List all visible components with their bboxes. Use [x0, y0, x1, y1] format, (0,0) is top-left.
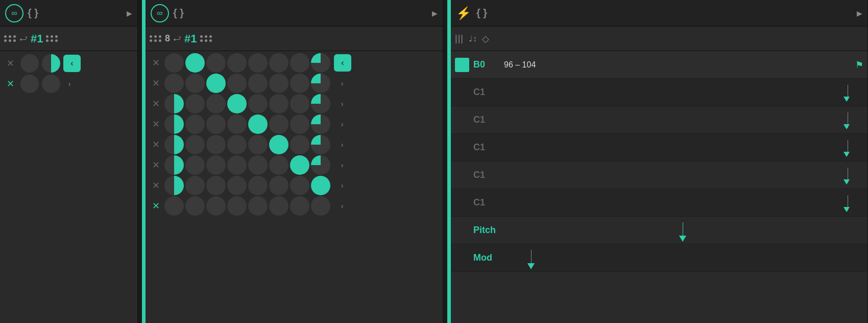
r3-arrow[interactable]: ›: [336, 120, 348, 128]
note-icon: ♩↕: [469, 34, 477, 43]
infinity2-icon: ∞: [157, 9, 162, 18]
r6-c0: [164, 176, 184, 195]
row1-circle1: [20, 54, 39, 73]
c1-3-slider[interactable]: [502, 134, 863, 161]
panel2-icon[interactable]: ∞: [151, 4, 169, 22]
panel1-icon[interactable]: ∞: [5, 4, 23, 22]
r5-c6[interactable]: [290, 155, 309, 175]
expand-icon[interactable]: [46, 35, 58, 42]
r0-arrow[interactable]: ‹: [334, 54, 351, 72]
r6-c7[interactable]: [311, 176, 330, 195]
r2-c3[interactable]: [227, 94, 247, 113]
r4-c5[interactable]: [269, 135, 288, 154]
c1-4-slider[interactable]: [502, 161, 863, 189]
r5-x[interactable]: ✕: [149, 159, 163, 171]
panel2-dots-icon: [150, 35, 162, 42]
c1-2-spacer: [455, 113, 469, 127]
c1-1-spacer: [455, 85, 469, 100]
r7-c3: [227, 196, 247, 216]
r3-c7: [311, 114, 330, 134]
pitch-slider[interactable]: [502, 217, 863, 244]
r7-c0: [164, 196, 184, 216]
r2-c2: [206, 94, 226, 113]
r7-c1: [185, 196, 205, 216]
pitch-spacer: [455, 223, 469, 238]
r1-c3: [227, 74, 247, 93]
r7-c5: [269, 196, 288, 216]
midi-row-c1-5: C1: [451, 189, 867, 217]
midi-rows: B0 96 – 104 ⚑ C1 C1: [451, 51, 867, 323]
grid-row-1: ✕ ›: [149, 74, 440, 93]
row2-circle2: [42, 75, 60, 93]
mod-slider[interactable]: [502, 244, 863, 271]
panel2-play[interactable]: ▶: [432, 9, 438, 17]
panel1-grid: ✕ ‹ ✕ ›: [0, 51, 137, 323]
r0-x[interactable]: ✕: [149, 57, 163, 68]
c1-2-slider[interactable]: [502, 106, 863, 133]
r6-x[interactable]: ✕: [149, 180, 163, 191]
r4-c2: [206, 135, 226, 154]
panel2-teal-bar: [142, 0, 146, 323]
c1-4-note: C1: [473, 170, 498, 180]
panel1-header: ∞ { } ▶: [0, 0, 137, 27]
panel1-braces: { }: [28, 7, 38, 19]
r1-arrow[interactable]: ›: [336, 79, 348, 87]
r1-c7: [311, 74, 330, 93]
r5-c2: [206, 155, 226, 175]
r2-x[interactable]: ✕: [149, 98, 163, 109]
r4-x[interactable]: ✕: [149, 139, 163, 150]
grid-row-6: ✕ ›: [149, 176, 440, 195]
b0-value: 96 – 104: [502, 60, 851, 70]
channel-label: #1: [31, 32, 43, 45]
r4-c3: [227, 135, 247, 154]
r0-c6: [290, 53, 309, 73]
grid-row-0: ✕ ‹: [149, 53, 440, 73]
r6-arrow[interactable]: ›: [336, 181, 348, 190]
enter-icon[interactable]: ⮐: [19, 34, 28, 43]
row1-arrow-left[interactable]: ‹: [63, 55, 81, 72]
c1-1-slider[interactable]: [502, 79, 863, 106]
divider-1: [138, 0, 142, 323]
r7-c4: [248, 196, 268, 216]
r5-c4: [248, 155, 268, 175]
r1-x[interactable]: ✕: [149, 78, 163, 89]
panel2-expand-icon[interactable]: [200, 35, 212, 42]
row1-x[interactable]: ✕: [3, 58, 17, 69]
panel2-enter-icon[interactable]: ⮐: [173, 34, 181, 43]
r4-c1: [185, 135, 205, 154]
panel3-toolbar: ||| ♩↕ ◇: [451, 27, 867, 51]
r2-c7: [311, 94, 330, 113]
r5-arrow[interactable]: ›: [336, 161, 348, 169]
r3-c4[interactable]: [248, 114, 268, 134]
row2-arrow-right[interactable]: ›: [63, 80, 76, 88]
r7-arrow[interactable]: ›: [336, 202, 348, 210]
b0-square[interactable]: [455, 58, 469, 72]
r1-c6: [290, 74, 309, 93]
r6-c2: [206, 176, 226, 195]
panel-3: ⚡ { } ▶ ||| ♩↕ ◇ B0 96 – 104 ⚑ C1: [447, 0, 868, 323]
r1-c0: [164, 74, 184, 93]
c1-5-slider[interactable]: [502, 189, 863, 216]
panel1-play[interactable]: ▶: [127, 9, 132, 17]
r4-arrow[interactable]: ›: [336, 141, 348, 149]
divider-2: [443, 0, 447, 323]
r0-c5: [269, 53, 288, 73]
b0-flag[interactable]: ⚑: [855, 59, 863, 71]
r0-c3: [227, 53, 247, 73]
r4-c4: [248, 135, 268, 154]
r7-x[interactable]: ✕: [149, 200, 163, 212]
row2-x[interactable]: ✕: [3, 78, 17, 89]
r2-arrow[interactable]: ›: [336, 100, 348, 108]
infinity-icon: ∞: [11, 9, 17, 18]
r0-c1[interactable]: [185, 53, 205, 73]
c1-5-spacer: [455, 196, 469, 210]
r3-x[interactable]: ✕: [149, 119, 163, 130]
r5-c0: [164, 155, 184, 175]
grid-row-1: ✕ ‹: [3, 54, 134, 73]
r6-c1: [185, 176, 205, 195]
r5-c5: [269, 155, 288, 175]
r1-c2[interactable]: [206, 74, 226, 93]
r7-c2: [206, 196, 226, 216]
panel3-play[interactable]: ▶: [857, 9, 862, 17]
grid-row-2: ✕ ›: [149, 94, 440, 113]
